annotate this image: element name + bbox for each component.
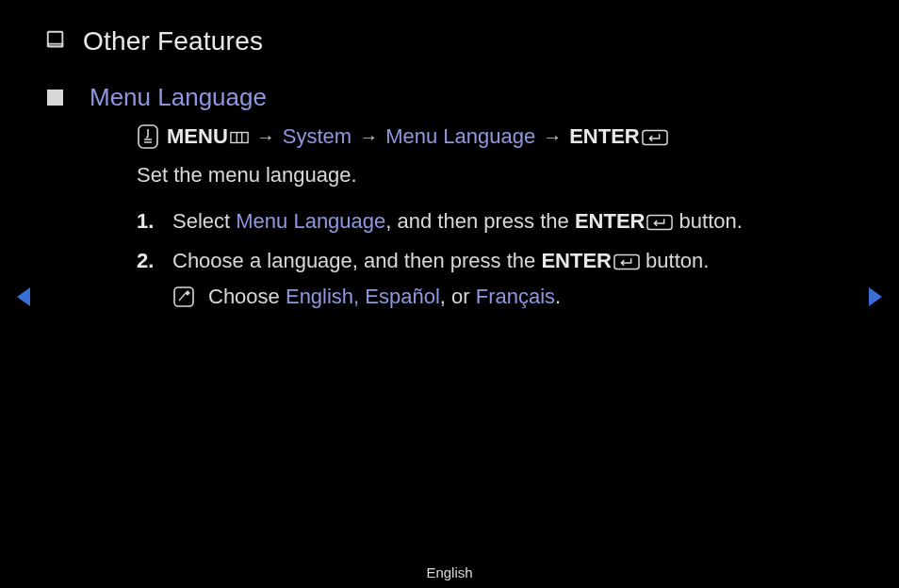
menu-grid-icon bbox=[228, 124, 249, 148]
breadcrumb-menu-language: Menu Language bbox=[385, 124, 535, 149]
step-number: 1. bbox=[137, 206, 155, 237]
note-langs: English, Español bbox=[286, 285, 440, 308]
enter-icon bbox=[645, 209, 673, 233]
step-item: 1. Select Menu Language, and then press … bbox=[137, 197, 899, 237]
step-item: 2. Choose a language, and then press the… bbox=[137, 237, 899, 312]
svg-rect-8 bbox=[174, 287, 193, 306]
svg-marker-9 bbox=[17, 287, 30, 306]
footer-language: English bbox=[0, 564, 899, 580]
page-title: Other Features bbox=[83, 26, 263, 57]
remote-icon bbox=[137, 123, 159, 150]
svg-rect-7 bbox=[614, 255, 639, 270]
breadcrumb: MENU → System → Menu Language → ENTER bbox=[47, 112, 899, 150]
step-text: Choose a language, and then press the bbox=[172, 249, 541, 272]
enter-label: ENTER bbox=[575, 209, 646, 233]
arrow-icon: → bbox=[359, 126, 378, 148]
square-bullet-icon bbox=[47, 90, 63, 106]
enter-icon bbox=[640, 124, 668, 148]
menu-label: MENU bbox=[167, 124, 228, 148]
breadcrumb-system: System bbox=[283, 124, 351, 149]
nav-next-button[interactable] bbox=[867, 286, 884, 307]
step-text: Select bbox=[172, 209, 236, 233]
note-icon bbox=[172, 286, 195, 308]
step-number: 2. bbox=[137, 246, 155, 312]
note-text: . bbox=[555, 285, 561, 308]
note-lang-last: Français bbox=[476, 285, 555, 308]
section-title: Menu Language bbox=[90, 83, 267, 112]
arrow-icon: → bbox=[543, 126, 562, 148]
section-description: Set the menu language. bbox=[47, 150, 899, 188]
step-text: button. bbox=[673, 209, 742, 233]
note-text: , or bbox=[440, 285, 476, 308]
enter-label: ENTER bbox=[541, 249, 612, 272]
enter-label: ENTER bbox=[569, 124, 640, 148]
step-link: Menu Language bbox=[236, 209, 385, 233]
nav-prev-button[interactable] bbox=[15, 286, 32, 307]
svg-rect-5 bbox=[643, 131, 667, 145]
svg-rect-6 bbox=[647, 216, 672, 230]
step-text: button. bbox=[640, 249, 709, 272]
svg-marker-10 bbox=[869, 287, 882, 306]
note-text: Choose bbox=[208, 285, 286, 308]
svg-rect-2 bbox=[231, 133, 248, 143]
arrow-icon: → bbox=[256, 126, 275, 148]
enter-icon bbox=[612, 249, 640, 272]
book-icon bbox=[45, 29, 66, 54]
step-text: , and then press the bbox=[385, 209, 575, 233]
